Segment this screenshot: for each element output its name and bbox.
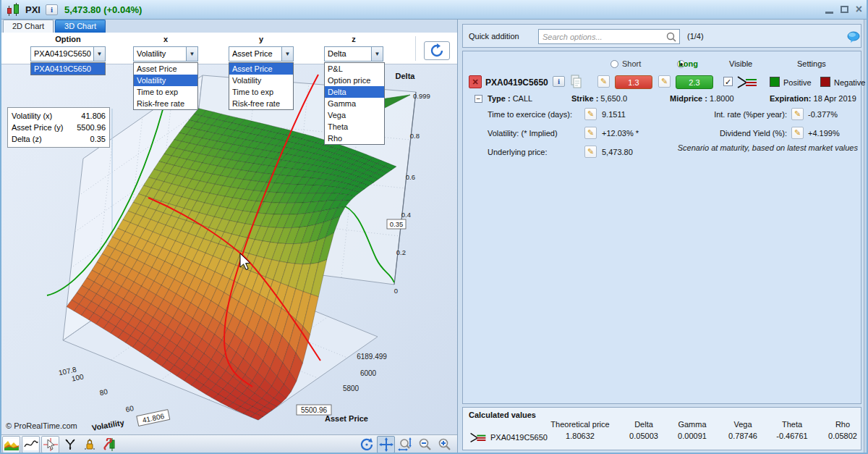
collapse-toggle[interactable]: −	[475, 95, 482, 103]
edit-tte-button[interactable]: ✎	[584, 108, 597, 120]
edit-long-qty-button[interactable]: ✎	[658, 75, 671, 88]
z-list-item[interactable]: Gamma	[325, 98, 384, 109]
lock-icon	[83, 438, 96, 451]
option-column-header: Option	[30, 35, 106, 43]
option-info-icon[interactable]: i	[553, 76, 565, 87]
duplicate-icon[interactable]	[570, 75, 583, 89]
z-column-header: z	[324, 35, 383, 43]
tooltip-value: 5500.96	[77, 122, 106, 133]
chat-bubble-icon[interactable]	[846, 31, 861, 43]
remove-option-button[interactable]: ✕	[469, 75, 482, 88]
settings-label: Settings	[797, 59, 826, 68]
edit-rate-button[interactable]: ✎	[791, 108, 804, 120]
x-axis-dropdown-list: Asset Price Volatility Time to exp Risk-…	[133, 62, 198, 110]
price-tick: 5800	[343, 384, 359, 392]
edit-short-qty-button[interactable]: ✎	[597, 75, 610, 88]
refresh-button[interactable]	[424, 41, 450, 60]
visible-label: Visible	[729, 59, 752, 68]
z-list-item[interactable]: P&L	[325, 63, 384, 75]
x-list-item[interactable]: Asset Price	[134, 63, 197, 75]
maximize-button[interactable]	[841, 6, 848, 13]
options-panel: Quick addition Search options... (1/4) S…	[457, 20, 868, 454]
x-axis-combobox[interactable]: Volatility▼	[133, 46, 198, 62]
zoom-axes-icon	[398, 437, 414, 452]
chevron-down-icon[interactable]: ▼	[281, 47, 293, 61]
rate-value: -0.377%	[808, 110, 838, 119]
pan-view-button[interactable]	[377, 436, 395, 453]
delta-tick: 0.2	[396, 248, 406, 256]
zoom-axis-button[interactable]	[396, 436, 414, 453]
option-combobox[interactable]: PXA0419C5650▼	[30, 46, 106, 62]
tooltip-label: Volatility (x)	[12, 110, 52, 122]
price-tick: 6189.499	[357, 353, 387, 361]
tab-3d-chart[interactable]: 3D Chart	[55, 20, 106, 33]
minimize-button[interactable]	[825, 12, 833, 14]
surface-chart-mode-button[interactable]	[2, 436, 20, 453]
z-list-item[interactable]: Rho	[325, 133, 384, 144]
calc-value: 0.78746	[728, 432, 757, 440]
y-list-item[interactable]: Time to exp	[229, 86, 293, 98]
refresh-icon	[430, 43, 444, 58]
calc-header: Theoretical price	[550, 420, 609, 429]
asset-price-axis-title: Asset Price	[325, 414, 368, 423]
tooltip-value: 41.806	[81, 110, 106, 122]
search-icon[interactable]	[665, 31, 678, 43]
rotate-view-button[interactable]	[357, 436, 375, 453]
short-radio[interactable]	[610, 60, 618, 68]
pointer-crosshair-icon	[43, 438, 58, 451]
chevron-down-icon[interactable]: ▼	[93, 47, 105, 61]
pan-arrows-icon	[379, 437, 393, 452]
y-axis-combobox[interactable]: Asset Price▼	[229, 46, 294, 62]
midprice-label: Midprice :	[670, 94, 707, 103]
visible-checkbox[interactable]: ✓	[723, 77, 733, 86]
tooltip-label: Asset Price (y)	[12, 122, 64, 133]
long-qty-button[interactable]: 2.3	[676, 75, 713, 89]
option-details-box: Short Long Visible Settings ✕ PXA0419C56…	[462, 51, 861, 404]
tab-2d-chart[interactable]: 2D Chart	[3, 20, 54, 33]
x-list-item[interactable]: Time to exp	[134, 86, 197, 98]
x-list-item[interactable]: Risk-free rate	[134, 98, 197, 109]
vol-tick: 60	[125, 404, 135, 413]
calc-header: Vega	[733, 420, 752, 429]
chart-panel: Delta 0.999 0.8 0.6 0.4 0.2 0 0.35	[1, 33, 457, 434]
option-list-item[interactable]: PXA0419C5650	[31, 63, 105, 75]
payoff-profile-icon	[469, 432, 488, 443]
y-list-item[interactable]: Asset Price	[229, 63, 293, 75]
pointer-tool-button[interactable]	[41, 436, 59, 453]
positive-color-swatch[interactable]	[770, 77, 780, 87]
line-chart-mode-button[interactable]	[22, 436, 40, 453]
strike-value: 5,650.0	[600, 94, 627, 103]
chart-tab-bar: 2D Chart 3D Chart	[1, 20, 457, 33]
z-axis-combobox[interactable]: Delta▼	[324, 46, 383, 62]
z-list-item[interactable]: Vega	[325, 109, 384, 121]
edit-underlying-button[interactable]: ✎	[584, 146, 597, 158]
volatility-value: +12.03% *	[602, 129, 639, 138]
z-list-item[interactable]: Option price	[325, 75, 384, 86]
dividend-label: Dividend Yield (%):	[702, 129, 787, 138]
zoom-in-button[interactable]	[435, 436, 454, 453]
edit-volatility-button[interactable]: ✎	[584, 127, 597, 139]
z-list-item[interactable]: Delta	[325, 86, 384, 98]
zoom-in-icon	[438, 437, 452, 452]
calculated-values-title: Calculated values	[469, 411, 536, 419]
type-label: Type :	[488, 94, 511, 103]
tooltip-value: 0.35	[90, 133, 106, 145]
y-list-item[interactable]: Volatility	[229, 75, 293, 86]
instrument-info-icon[interactable]: i	[46, 4, 58, 15]
zoom-out-icon	[418, 437, 433, 452]
chevron-down-icon[interactable]: ▼	[371, 47, 383, 61]
lock-scale-button[interactable]	[80, 436, 98, 453]
negative-color-swatch[interactable]	[820, 77, 830, 87]
search-options-input[interactable]: Search options...	[538, 29, 680, 44]
z-list-item[interactable]: Theta	[325, 121, 384, 133]
zoom-out-button[interactable]	[416, 436, 434, 453]
short-qty-button[interactable]: 1.3	[615, 75, 652, 89]
x-list-item[interactable]: Volatility	[134, 75, 197, 86]
calc-header: Gamma	[678, 420, 706, 429]
close-button[interactable]: ×	[856, 6, 862, 13]
axes-tool-button[interactable]	[61, 436, 79, 453]
chevron-down-icon[interactable]: ▼	[186, 47, 197, 61]
y-list-item[interactable]: Risk-free rate	[229, 98, 293, 109]
edit-dividend-button[interactable]: ✎	[791, 127, 804, 139]
chart-settings-button[interactable]	[100, 436, 118, 453]
